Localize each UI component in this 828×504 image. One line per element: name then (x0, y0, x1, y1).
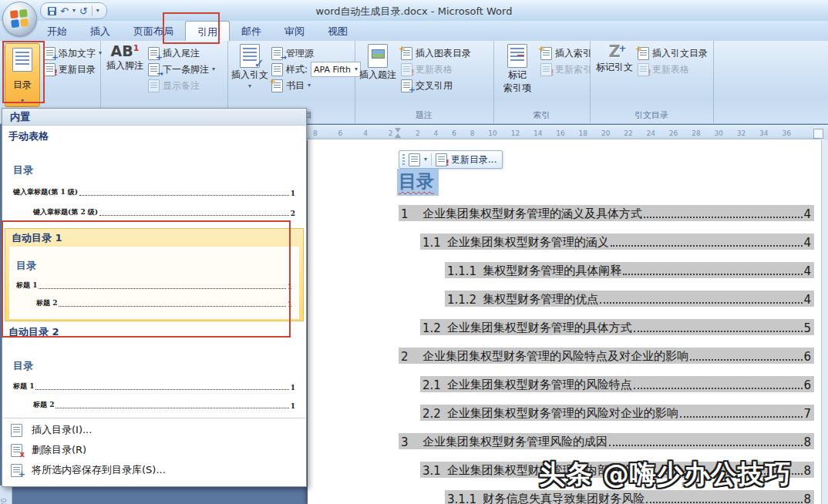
dot-leader (611, 245, 803, 247)
update-table-button[interactable]: 更新表格 (401, 62, 453, 77)
vertical-ruler-number: 20 (0, 496, 8, 504)
toolbar-separator (431, 153, 432, 166)
gallery-item-manual-table[interactable]: 手动表格 目录 键入章标题(第 1 级)1 键入章标题(第 2 级)2 (2, 126, 306, 217)
insert-caption-button[interactable]: 插入题注 (359, 44, 396, 81)
dot-leader (623, 274, 803, 275)
insert-footnote-button[interactable]: AB1 插入脚注 (106, 44, 143, 72)
toc-entry[interactable]: 2.1企业集团集权型财务管理的风险特点6 (420, 376, 814, 392)
toc-dropdown-caret-icon: ▾ (21, 98, 24, 104)
toc-big-icon (12, 48, 32, 72)
undo-icon[interactable]: ↶ (60, 6, 69, 16)
group-label-authorities: 引文目录 (590, 109, 713, 121)
toc-field-icon[interactable] (409, 153, 420, 166)
toc-entry[interactable]: 2企业集团集权型财务管理的风险特点及对企业的影响6 (399, 348, 814, 364)
update-toc-field-icon (436, 153, 447, 166)
toc-entry[interactable]: 1.1.1集权型财务管理的具体阐释4 (445, 262, 814, 278)
word-window: word自动生成目录.docx - Microsoft Word ↶ ▾ ↺ ▾… (0, 0, 828, 504)
style-row: 样式: APA Fifth ▾ (271, 62, 361, 77)
insert-toc-icon (11, 424, 22, 437)
cross-reference-icon (401, 79, 412, 92)
gallery-item-automatic-table-2[interactable]: 自动目录 2 目录 标题 11 标题 21 (2, 321, 306, 410)
update-authorities-table-button[interactable]: 更新表格 (638, 62, 689, 77)
toc-entry[interactable]: 2.2企业集团集权型财务管理的风险对企业的影响7 (420, 405, 814, 421)
toolbar-grip-icon[interactable] (402, 154, 405, 165)
toc-entry[interactable]: 1.1.2集权型财务管理的优点4 (445, 291, 814, 307)
watermark: 头条 @嗨少办公技巧 (539, 457, 792, 492)
toc-field-toolbar: ▾ 更新目录... (399, 150, 503, 169)
update-toc-field-button[interactable]: 更新目录... (451, 153, 496, 166)
group-captions: 插入题注 插入图表目录 更新表格 交叉引用 题注 (355, 41, 494, 123)
document-page[interactable]: ▾ 更新目录... 目录 1企业集团集权型财务管理的涵义及具体方式4 1.1企业… (308, 139, 822, 504)
insert-citation-button[interactable]: 插入引文 ▾ (231, 44, 268, 89)
bibliography-button[interactable]: 书目 ▾ (271, 78, 311, 93)
dot-leader (680, 416, 803, 418)
qat-separator (92, 5, 93, 16)
ruler-left-numbers: 8 6 4 2 (313, 129, 393, 137)
insert-table-of-figures-icon (401, 47, 412, 60)
style-combo[interactable]: APA Fifth ▾ (311, 62, 361, 77)
remove-toc-icon (11, 444, 22, 457)
menu-item-save-selection-to-gallery[interactable]: 将所选内容保存到目录库(S)... (2, 460, 306, 480)
insert-endnote-button[interactable]: 插入尾注 (148, 45, 200, 61)
insert-table-of-figures-button[interactable]: 插入图表目录 (401, 45, 471, 61)
bibliography-icon (271, 79, 283, 92)
mark-citation-button[interactable]: Z 标记引文 (594, 44, 634, 73)
tab-page-layout[interactable]: 页面布局 (122, 21, 185, 41)
automatic-table-2-preview: 目录 标题 11 标题 21 (2, 359, 306, 410)
show-notes-button[interactable]: 显示备注 (148, 78, 200, 93)
automatic-table-1-preview: 目录 标题 11 标题 21 (9, 247, 299, 319)
customize-qat-icon[interactable]: ▾ (96, 8, 99, 14)
dot-leader (634, 331, 803, 332)
gallery-item-automatic-table-1[interactable]: 自动目录 1 目录 标题 11 标题 21 (5, 228, 304, 321)
add-text-button[interactable]: 添加文字 ▾ (44, 45, 102, 61)
document-toc-heading[interactable]: 目录 (397, 169, 439, 196)
manage-sources-icon (271, 47, 283, 60)
manage-sources-button[interactable]: 管理源 (271, 45, 314, 61)
vertical-scrollbar[interactable] (821, 139, 828, 504)
save-icon[interactable] (48, 7, 56, 15)
group-label-index: 索引 (493, 109, 590, 121)
toc-field-caret-icon[interactable]: ▾ (424, 156, 427, 163)
ruler-numbers: 2 4 6 8 10 12 14 16 18 20 22 24 26 28 30… (416, 129, 791, 137)
toc-button[interactable]: 目录 ▾ (5, 43, 40, 107)
toc-entry[interactable]: 1.1企业集团集权型财务管理的涵义4 (420, 234, 814, 250)
redo-icon[interactable]: ↺ (79, 6, 88, 16)
insert-citation-caret-icon: ▾ (248, 83, 251, 89)
tab-review[interactable]: 审阅 (273, 21, 316, 41)
insert-table-of-authorities-button[interactable]: 插入引文目录 (638, 45, 708, 61)
update-index-button[interactable]: 更新索引 (540, 62, 592, 77)
insert-caption-icon (368, 44, 388, 68)
next-footnote-icon (148, 63, 160, 76)
update-table-icon (401, 63, 412, 76)
tab-mailings[interactable]: 邮件 (230, 21, 273, 41)
toc-entry[interactable]: 1企业集团集权型财务管理的涵义及具体方式4 (399, 205, 814, 221)
tab-references[interactable]: 引用 (185, 21, 230, 41)
update-toc-button[interactable]: 更新目录 (44, 62, 96, 77)
save-selection-icon (11, 464, 22, 477)
office-button[interactable] (2, 2, 37, 36)
toc-entry[interactable]: 3企业集团集权型财务管理风险的成因8 (399, 433, 814, 449)
menu-item-insert-toc[interactable]: 插入目录(I)... (2, 420, 306, 440)
undo-dropdown-icon[interactable]: ▾ (72, 8, 76, 14)
dot-leader (609, 445, 803, 446)
vertical-ruler: 20 (0, 486, 12, 504)
dot-leader (634, 388, 803, 389)
indent-marker-icon[interactable] (395, 128, 402, 138)
bibliography-caret-icon: ▾ (308, 82, 311, 89)
office-logo-icon (10, 9, 29, 28)
group-table-of-authorities: Z 标记引文 插入引文目录 更新表格 引文目录 (590, 41, 714, 123)
insert-index-button[interactable]: 插入索引 (540, 45, 592, 61)
cross-reference-button[interactable]: 交叉引用 (401, 78, 453, 93)
dot-leader (646, 502, 803, 503)
tab-view[interactable]: 视图 (316, 21, 359, 41)
tab-insert[interactable]: 插入 (79, 21, 122, 41)
next-footnote-button[interactable]: 下一条脚注 ▾ (148, 62, 215, 77)
toc-entry[interactable]: 1.2企业集团集权型财务管理的具体方式5 (420, 319, 814, 335)
tab-home[interactable]: 开始 (35, 21, 79, 41)
insert-endnote-icon (148, 47, 160, 60)
menu-item-remove-toc[interactable]: 删除目录(R) (2, 440, 306, 460)
insert-index-icon (540, 47, 552, 60)
manual-table-preview: 目录 键入章标题(第 1 级)1 键入章标题(第 2 级)2 (2, 163, 306, 217)
mark-entry-button[interactable]: 标记 索引项 (498, 44, 537, 94)
add-text-icon (44, 47, 56, 60)
